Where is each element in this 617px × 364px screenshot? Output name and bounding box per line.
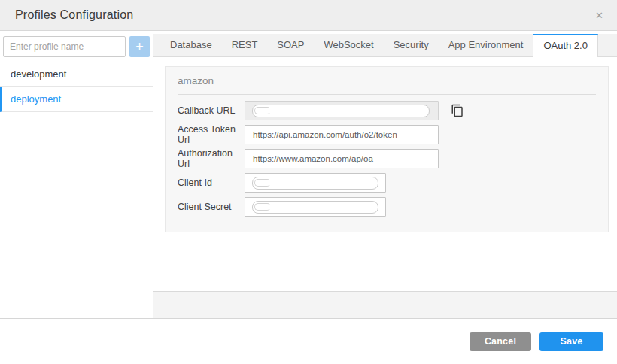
access-token-url-row: Access Token Url [178,125,596,144]
access-token-url-label: Access Token Url [178,124,245,145]
redacted-value-blob [252,177,378,190]
callback-url-field [245,101,439,120]
profile-item-development[interactable]: development [0,62,153,87]
authorization-url-row: Authorization Url [178,149,596,168]
plus-icon: + [135,39,144,54]
client-secret-row: Client Secret [178,197,596,217]
dialog-header: Profiles Configuration ✕ [0,0,617,31]
settings-content: Database REST SOAP WebSocket Security Ap… [153,31,617,318]
profiles-sidebar: + development deployment [0,31,153,318]
redacted-value-blob [252,105,430,117]
amazon-panel: amazon Callback URL [165,66,609,232]
copy-icon[interactable] [451,104,464,117]
content-footer-strip [153,291,617,318]
profile-input-row: + [0,31,153,62]
settings-tabbar: Database REST SOAP WebSocket Security Ap… [153,34,617,57]
dialog-title: Profiles Configuration [15,8,594,22]
client-id-label: Client Id [178,177,245,188]
profile-name-input[interactable] [3,36,126,57]
profile-list: development deployment [0,62,153,112]
client-secret-field[interactable] [245,197,386,217]
add-profile-button[interactable]: + [129,36,150,57]
dialog-body: + development deployment Database REST S… [0,31,617,319]
access-token-url-input[interactable] [245,125,439,144]
client-secret-label: Client Secret [178,202,245,212]
authorization-url-input[interactable] [245,149,439,168]
callback-url-row: Callback URL [178,101,596,120]
authorization-url-label: Authorization Url [178,148,245,169]
profile-item-deployment[interactable]: deployment [0,87,153,112]
close-icon[interactable]: ✕ [594,8,605,23]
panel-heading: amazon [178,67,596,94]
client-id-row: Client Id [178,173,596,193]
tab-database[interactable]: Database [160,34,222,56]
dialog-action-bar: Cancel Save [0,319,617,364]
profiles-configuration-dialog: Profiles Configuration ✕ + development d… [0,0,617,364]
save-button[interactable]: Save [539,332,603,351]
oauth-tab-panel: amazon Callback URL [153,57,617,291]
callback-url-label: Callback URL [178,105,245,116]
redacted-value-blob [252,201,378,214]
panel-divider [178,94,596,95]
client-id-field[interactable] [245,173,386,193]
tab-app-environment[interactable]: App Environment [439,34,533,56]
tab-soap[interactable]: SOAP [267,34,314,56]
tab-websocket[interactable]: WebSocket [314,34,383,56]
tab-security[interactable]: Security [384,34,439,56]
tab-rest[interactable]: REST [222,34,268,56]
cancel-button[interactable]: Cancel [470,332,531,351]
tab-oauth-2-0[interactable]: OAuth 2.0 [533,34,598,57]
